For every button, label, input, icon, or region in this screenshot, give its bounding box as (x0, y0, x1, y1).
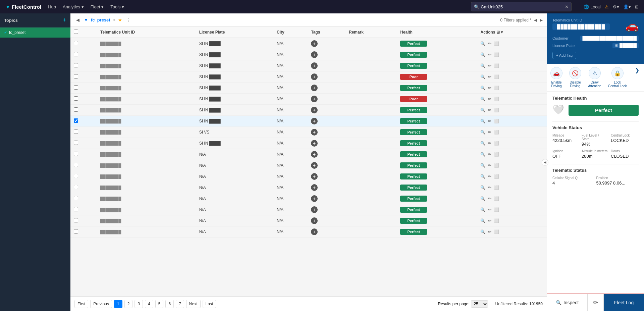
table-container[interactable]: Telematics Unit ID License Plate City Ta… (70, 27, 547, 296)
row-select-icon[interactable]: ⬜ (494, 108, 499, 112)
settings-icon[interactable]: ⚙▾ (613, 4, 619, 9)
row-tags[interactable]: + (308, 149, 345, 160)
local-indicator[interactable]: 🌐 Local (584, 4, 601, 9)
row-search-icon[interactable]: 🔍 (480, 63, 485, 68)
row-checkbox-cell[interactable] (70, 105, 97, 116)
col-city[interactable]: City (273, 27, 308, 38)
row-select-icon[interactable]: ⬜ (494, 63, 499, 68)
row-search-icon[interactable]: 🔍 (480, 185, 485, 190)
nav-tools[interactable]: Tools ▾ (110, 4, 124, 9)
row-checkbox-cell[interactable] (70, 193, 97, 204)
pagination-prev[interactable]: Previous (90, 300, 112, 308)
row-search-icon[interactable]: 🔍 (480, 152, 485, 157)
row-checkbox[interactable] (74, 218, 78, 222)
row-select-icon[interactable]: ⬜ (494, 97, 499, 101)
row-search-icon[interactable]: 🔍 (480, 207, 485, 212)
row-edit-icon[interactable]: ✏ (488, 196, 491, 201)
col-telematics-id[interactable]: Telematics Unit ID (97, 27, 196, 38)
row-checkbox[interactable] (74, 74, 78, 79)
action-lock-central-lock[interactable]: 🔒 LockCentral Lock (608, 67, 627, 88)
row-select-icon[interactable]: ⬜ (494, 185, 499, 190)
app-logo[interactable]: ▼ FleetControl (5, 4, 41, 10)
more-options-icon[interactable]: ⋮ (126, 17, 130, 22)
row-tags[interactable]: + (308, 116, 345, 127)
preset-name[interactable]: fc_preset (91, 17, 110, 22)
row-checkbox-cell[interactable] (70, 138, 97, 149)
row-tags[interactable]: + (308, 182, 345, 193)
row-tags[interactable]: + (308, 160, 345, 171)
row-checkbox[interactable] (74, 196, 78, 200)
row-edit-icon[interactable]: ✏ (488, 229, 491, 234)
panel-actions-next-arrow[interactable]: ❯ (634, 67, 641, 88)
row-search-icon[interactable]: 🔍 (480, 52, 485, 57)
row-search-icon[interactable]: 🔍 (480, 218, 485, 223)
global-search-bar[interactable]: 🔍 ✕ (471, 2, 572, 11)
tag-add-icon[interactable]: + (311, 129, 318, 136)
row-checkbox[interactable] (74, 229, 78, 234)
row-search-icon[interactable]: 🔍 (480, 163, 485, 168)
col-checkbox[interactable] (70, 27, 97, 38)
row-select-icon[interactable]: ⬜ (494, 41, 499, 46)
row-tags[interactable]: + (308, 94, 345, 105)
collapse-left-btn[interactable]: ◀ (74, 17, 81, 22)
tag-add-icon[interactable]: + (311, 96, 318, 102)
row-checkbox[interactable] (74, 174, 78, 178)
favorite-icon[interactable]: ★ (118, 17, 122, 22)
search-clear-icon[interactable]: ✕ (565, 4, 569, 9)
row-tags[interactable]: + (308, 38, 345, 49)
row-edit-icon[interactable]: ✏ (488, 74, 491, 79)
nav-hub[interactable]: Hub (48, 4, 56, 9)
row-checkbox[interactable] (74, 96, 78, 101)
row-checkbox-cell[interactable] (70, 83, 97, 94)
tag-add-icon[interactable]: + (311, 118, 318, 124)
row-edit-icon[interactable]: ✏ (488, 218, 491, 223)
row-edit-icon[interactable]: ✏ (488, 97, 491, 101)
tag-add-icon[interactable]: + (311, 151, 318, 158)
row-select-icon[interactable]: ⬜ (494, 207, 499, 212)
actions-icon[interactable]: ⊞ (496, 30, 500, 35)
row-checkbox[interactable] (74, 163, 78, 167)
tag-add-icon[interactable]: + (311, 85, 318, 91)
row-checkbox[interactable] (74, 41, 78, 45)
col-tags[interactable]: Tags (308, 27, 345, 38)
search-input[interactable] (481, 4, 564, 9)
pagination-page-3[interactable]: 3 (135, 300, 143, 308)
filter-panel-collapse[interactable]: ◀ (534, 18, 537, 22)
actions-expand[interactable]: ▾ (501, 30, 503, 35)
row-search-icon[interactable]: 🔍 (480, 108, 485, 112)
row-select-icon[interactable]: ⬜ (494, 86, 499, 90)
row-edit-icon[interactable]: ✏ (488, 86, 491, 90)
action-enable-driving[interactable]: 🚗 EnableDriving (550, 67, 562, 88)
row-checkbox[interactable] (74, 152, 78, 156)
row-edit-icon[interactable]: ✏ (488, 130, 491, 135)
row-tags[interactable]: + (308, 127, 345, 138)
row-edit-icon[interactable]: ✏ (488, 174, 491, 179)
select-all-checkbox[interactable] (74, 30, 78, 34)
row-checkbox-cell[interactable] (70, 215, 97, 226)
tag-add-icon[interactable]: + (311, 195, 318, 202)
tag-add-icon[interactable]: + (311, 140, 318, 147)
row-edit-icon[interactable]: ✏ (488, 52, 491, 57)
row-edit-icon[interactable]: ✏ (488, 152, 491, 157)
row-select-icon[interactable]: ⬜ (494, 174, 499, 179)
row-edit-icon[interactable]: ✏ (488, 207, 491, 212)
row-checkbox[interactable] (74, 63, 78, 67)
edit-footer-button[interactable]: ✏ (588, 294, 604, 311)
row-search-icon[interactable]: 🔍 (480, 130, 485, 135)
row-tags[interactable]: + (308, 215, 345, 226)
row-edit-icon[interactable]: ✏ (488, 63, 491, 68)
row-search-icon[interactable]: 🔍 (480, 229, 485, 234)
row-tags[interactable]: + (308, 138, 345, 149)
row-select-icon[interactable]: ⬜ (494, 196, 499, 201)
row-select-icon[interactable]: ⬜ (494, 74, 499, 79)
nav-fleet[interactable]: Fleet ▾ (91, 4, 104, 9)
row-checkbox-cell[interactable] (70, 204, 97, 215)
row-search-icon[interactable]: 🔍 (480, 141, 485, 146)
tag-add-icon[interactable]: + (311, 217, 318, 224)
row-tags[interactable]: + (308, 60, 345, 71)
row-checkbox[interactable] (74, 52, 78, 56)
tag-add-icon[interactable]: + (311, 162, 318, 169)
row-checkbox-cell[interactable] (70, 49, 97, 60)
tag-add-icon[interactable]: + (311, 40, 318, 47)
row-select-icon[interactable]: ⬜ (494, 229, 499, 234)
